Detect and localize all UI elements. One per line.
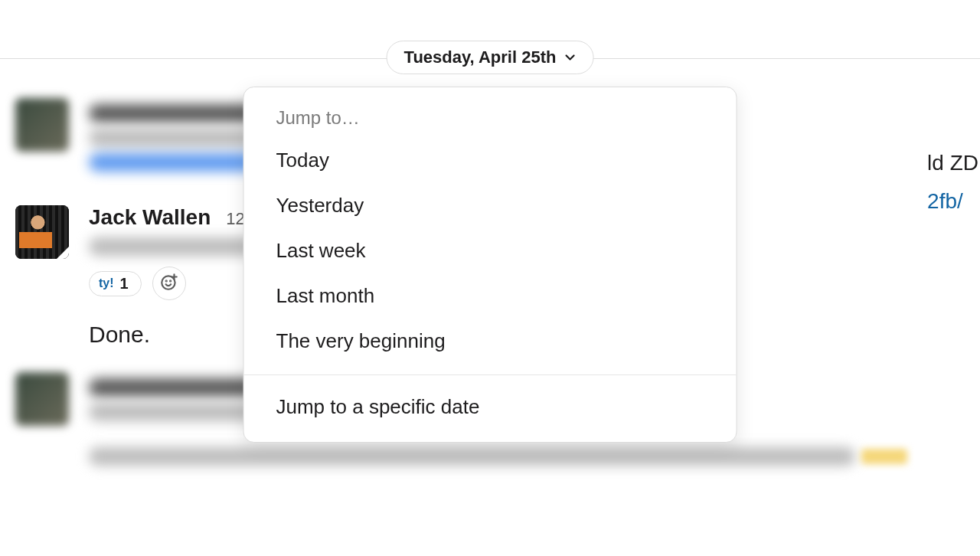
svg-point-1 [165,280,166,281]
jump-menu-item-today[interactable]: Today [244,138,737,183]
jump-menu-item-last-week[interactable]: Last week [244,228,737,273]
date-divider-button[interactable]: Tuesday, April 25th [387,41,594,74]
avatar [15,372,69,426]
reaction-count: 1 [120,275,129,293]
avatar [15,98,69,152]
jump-menu-item-specific-date[interactable]: Jump to a specific date [244,375,737,442]
fragment-link: 2fb/ [927,182,978,221]
jump-menu-item-last-month[interactable]: Last month [244,273,737,319]
blurred-line [89,447,855,466]
chevron-down-icon [564,51,576,64]
highlight-marker [861,449,907,464]
obscured-message-fragment: ld ZD 2fb/ [927,144,978,221]
jump-to-date-menu: Jump to… Today Yesterday Last week Last … [243,87,737,443]
jump-menu-item-yesterday[interactable]: Yesterday [244,183,737,228]
svg-point-0 [162,276,175,289]
jump-menu-item-very-beginning[interactable]: The very beginning [244,319,737,364]
date-divider-label: Tuesday, April 25th [404,47,557,67]
fragment-text: ld ZD [927,144,978,182]
message-author[interactable]: Jack Wallen [89,205,211,230]
svg-point-2 [170,280,171,281]
avatar[interactable] [15,205,69,259]
jump-menu-header: Jump to… [244,101,737,138]
reaction-pill[interactable]: ty! 1 [89,271,142,296]
reaction-emoji: ty! [99,276,114,290]
add-reaction-icon [159,272,179,295]
add-reaction-button[interactable] [152,267,186,300]
